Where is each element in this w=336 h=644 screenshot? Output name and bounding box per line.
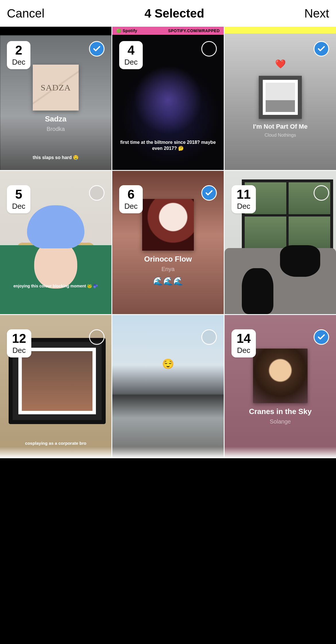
selection-toggle[interactable] <box>89 185 105 201</box>
story-tile[interactable]: Orinoco Flow Enya 🌊🌊🌊 6 Dec <box>112 171 224 314</box>
selection-toggle[interactable] <box>201 329 217 345</box>
story-caption: cosplaying as a corporate bro <box>0 441 111 446</box>
spotify-logo: 🟢 Spotify <box>116 28 137 33</box>
wave-emoji: 🌊🌊🌊 <box>153 276 183 286</box>
song-title: Cranes in the Sky <box>249 407 312 416</box>
selection-toggle[interactable] <box>89 41 105 57</box>
check-icon <box>317 45 326 53</box>
selection-toggle[interactable] <box>201 185 217 201</box>
song-title: Orinoco Flow <box>144 255 192 264</box>
story-caption: enjoying this colour blocking moment 🐸 🫐 <box>0 284 111 288</box>
date-badge: 2 Dec <box>7 41 30 69</box>
selection-header: Cancel 4 Selected Next <box>0 0 336 27</box>
date-badge: 5 Dec <box>7 185 30 213</box>
album-art: SADZA <box>33 65 79 111</box>
date-badge: 11 Dec <box>231 185 256 213</box>
song-artist: Cloud Nothings <box>264 133 296 138</box>
story-tile[interactable]: 🟢 Spotify SPOTIFY.COM/WRAPPED first time… <box>112 27 224 170</box>
selection-toggle[interactable] <box>314 329 329 345</box>
selection-toggle[interactable] <box>201 41 217 57</box>
story-caption: this slaps so hard 🤤 <box>0 155 111 160</box>
page-title: 4 Selected <box>144 7 204 20</box>
heart-icon: ❤️ <box>275 59 286 69</box>
next-button[interactable]: Next <box>304 7 329 20</box>
check-icon <box>205 189 213 197</box>
album-art <box>142 199 194 251</box>
story-grid: SADZA Sadza Brodka this slaps so hard 🤤 … <box>0 27 336 458</box>
emoji: 😌 <box>112 358 224 370</box>
spotify-header: 🟢 Spotify SPOTIFY.COM/WRAPPED <box>112 27 224 35</box>
selection-toggle[interactable] <box>89 329 105 345</box>
song-artist: Enya <box>161 266 175 272</box>
story-tile[interactable]: 11 Dec <box>225 171 336 314</box>
song-title: I'm Not Part Of Me <box>253 123 308 130</box>
story-caption: first time at the biltmore since 2018? m… <box>112 140 224 152</box>
date-badge: 14 Dec <box>231 329 256 357</box>
cancel-button[interactable]: Cancel <box>7 7 45 20</box>
spotify-url: SPOTIFY.COM/WRAPPED <box>168 28 220 33</box>
story-tile[interactable]: enjoying this colour blocking moment 🐸 🫐… <box>0 171 111 314</box>
story-tile[interactable]: SADZA Sadza Brodka this slaps so hard 🤤 … <box>0 27 111 170</box>
story-tile[interactable]: ❤️ I'm Not Part Of Me Cloud Nothings <box>225 27 336 170</box>
story-tile[interactable]: 😌 <box>112 315 224 458</box>
selection-toggle[interactable] <box>314 41 329 57</box>
check-icon <box>92 45 101 53</box>
album-art <box>259 76 302 119</box>
date-badge: 6 Dec <box>119 185 143 213</box>
check-icon <box>317 333 326 341</box>
song-artist: Solange <box>270 418 291 425</box>
song-artist: Brodka <box>47 126 65 132</box>
date-badge: 4 Dec <box>119 41 143 69</box>
selection-toggle[interactable] <box>314 185 329 201</box>
song-title: Sadza <box>45 115 66 123</box>
date-badge: 12 Dec <box>7 329 31 357</box>
album-art <box>253 349 308 403</box>
story-tile[interactable]: Cranes in the Sky Solange 14 Dec <box>225 315 336 458</box>
story-tile[interactable]: cosplaying as a corporate bro 12 Dec <box>0 315 111 458</box>
